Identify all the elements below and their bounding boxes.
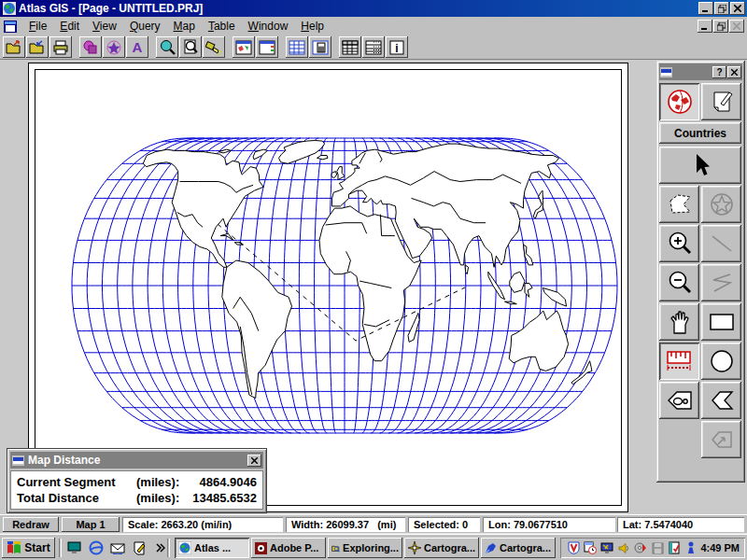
table-view-button[interactable]	[339, 36, 361, 58]
quicklaunch-show-desktop-icon[interactable]	[65, 539, 83, 556]
landmass	[510, 272, 525, 292]
document-window-icon[interactable]	[4, 21, 17, 33]
rectangle-icon	[708, 312, 736, 332]
info-button[interactable]: i	[386, 36, 408, 58]
landmass	[408, 313, 419, 342]
quicklaunch-channels-icon[interactable]	[130, 539, 148, 556]
taskbar-divider	[59, 539, 62, 557]
current-segment-value: 4864.9046	[185, 474, 257, 490]
minimize-button[interactable]	[698, 2, 713, 15]
draw-region-button[interactable]	[79, 36, 102, 58]
table-format-button[interactable]	[362, 36, 385, 58]
map-layers-tool-button[interactable]	[659, 83, 699, 120]
current-segment-label: Current Segment	[17, 474, 136, 490]
layout-window-button[interactable]	[256, 36, 278, 58]
child-restore-button[interactable]	[713, 20, 728, 33]
pan-tool-button[interactable]	[659, 303, 699, 341]
longitude-field: Lon: 79.0677510	[483, 517, 615, 532]
polyline-icon	[710, 272, 734, 294]
explorer-task-icon	[331, 542, 340, 554]
measure-tool-button[interactable]	[659, 343, 699, 380]
close-button[interactable]	[730, 2, 745, 15]
menu-edit[interactable]: Edit	[53, 18, 86, 35]
child-minimize-button[interactable]	[698, 20, 712, 33]
map-distance-body: Current Segment (miles): 4864.9046 Total…	[10, 470, 263, 510]
task-label: Exploring...	[343, 542, 399, 553]
calculator-window-button[interactable]	[309, 36, 331, 58]
antivirus-shield-icon[interactable]	[566, 540, 581, 555]
zoom-out-icon	[667, 270, 693, 296]
zoom-in-tool-button[interactable]	[659, 225, 699, 262]
planner-check-icon[interactable]	[667, 540, 682, 555]
draw-text-button[interactable]: A	[126, 36, 148, 58]
zoom-button[interactable]	[156, 36, 178, 58]
draw-point-button[interactable]	[103, 36, 125, 58]
menu-view[interactable]: View	[86, 18, 123, 35]
task-cartography-2[interactable]: Cartogra...	[481, 538, 556, 558]
taskbar-clock[interactable]: 4:49 PM	[700, 542, 740, 553]
menu-window[interactable]: Window	[242, 18, 295, 35]
map-workspace: ? Countries	[0, 60, 747, 514]
polygon-icon	[709, 389, 735, 412]
star-tool-button	[701, 186, 741, 223]
dialog-title: Map Distance	[28, 454, 247, 467]
locate-button[interactable]	[203, 36, 225, 58]
dialog-menu-icon[interactable]	[12, 455, 24, 466]
palette-title-bar[interactable]: ?	[659, 63, 742, 80]
dialog-close-button[interactable]	[247, 455, 261, 467]
task-exploring[interactable]: Exploring...	[328, 538, 402, 558]
task-cartography-1[interactable]: Cartogra...	[404, 538, 479, 558]
zoom-out-tool-button[interactable]	[659, 264, 699, 301]
palette-close-button[interactable]	[727, 66, 741, 78]
quicklaunch-internet-explorer-icon[interactable]	[87, 539, 105, 556]
total-distance-label: Total Distance	[17, 490, 136, 506]
text-a-icon: A	[130, 40, 145, 55]
menu-file[interactable]: File	[22, 18, 53, 35]
status-bar: Redraw Map 1 Scale: 2663.20 (mi/in) Widt…	[0, 514, 747, 533]
volume-speaker-icon[interactable]	[616, 540, 631, 555]
world-map[interactable]	[29, 63, 629, 513]
zoom-page-button[interactable]	[179, 36, 202, 58]
ruler-icon	[665, 348, 695, 374]
table-dots-icon	[365, 40, 382, 55]
landmass	[279, 141, 325, 164]
edit-note-tool-button[interactable]	[701, 83, 741, 120]
landmass	[543, 288, 567, 307]
table-blue-icon	[289, 40, 305, 55]
menu-query[interactable]: Query	[123, 18, 167, 35]
print-button[interactable]	[49, 36, 72, 58]
task-label: Cartogra...	[500, 542, 551, 553]
redraw-button[interactable]: Redraw	[3, 517, 59, 532]
menu-map[interactable]: Map	[167, 18, 202, 35]
open-project-button[interactable]	[3, 36, 25, 58]
task-adobe[interactable]: Adobe P...	[251, 538, 326, 558]
layer-selector-button[interactable]: Countries	[659, 122, 741, 144]
palette-help-button[interactable]: ?	[712, 66, 726, 78]
pointer-tool-button[interactable]	[659, 147, 741, 184]
map-selector-button[interactable]: Map 1	[62, 517, 120, 532]
map-distance-title-bar[interactable]: Map Distance	[10, 452, 263, 469]
restore-button[interactable]	[714, 2, 729, 15]
reshape-arrow-icon	[710, 428, 734, 451]
user-one-icon[interactable]	[684, 540, 698, 555]
table-window-button[interactable]	[286, 36, 308, 58]
region-select-tool-button[interactable]	[659, 186, 699, 223]
start-button[interactable]: Start	[2, 538, 55, 558]
task-atlas-gis[interactable]: Atlas ...	[175, 538, 249, 558]
quicklaunch-outlook-icon[interactable]	[108, 539, 126, 556]
menu-table[interactable]: Table	[202, 18, 242, 35]
cd-player-icon[interactable]	[633, 540, 648, 555]
save-project-button[interactable]	[26, 36, 49, 58]
polygon-tool-button[interactable]	[701, 382, 741, 419]
note-pencil-icon	[710, 90, 734, 114]
globe-icon	[667, 89, 693, 115]
map-window-button[interactable]	[233, 36, 255, 58]
menu-help[interactable]: Help	[294, 18, 331, 35]
palette-menu-icon[interactable]	[660, 67, 672, 77]
task-scheduler-icon[interactable]	[583, 540, 598, 555]
display-monitor-icon[interactable]	[599, 540, 614, 555]
tag-tool-button[interactable]	[659, 382, 699, 419]
app-globe-icon	[3, 2, 16, 15]
circle-tool-button[interactable]	[701, 343, 741, 380]
rectangle-tool-button[interactable]	[701, 303, 741, 341]
